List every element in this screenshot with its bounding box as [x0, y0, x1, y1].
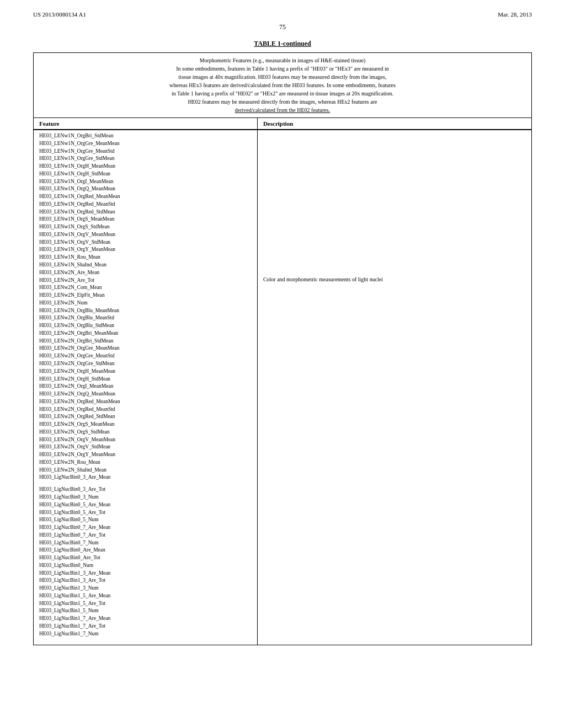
- feature-item: HE03_LENw2N_OrgGre_MeanMean: [39, 345, 252, 352]
- feature-item: HE03_LENw1N_OrgGre_MeanMean: [39, 140, 252, 148]
- table-note-line6: HE02 features may be measured directly f…: [39, 98, 526, 106]
- main-table: Morphometric Features (e.g., measurable …: [33, 52, 532, 645]
- feature-item: HE03_LigNucBin0_Are_Mean: [39, 547, 252, 554]
- feature-item: HE03_LENw1N_OrgRed_StdMean: [39, 208, 252, 216]
- table-note-line3: tissue images at 40x magnification. HE03…: [39, 73, 526, 81]
- feature-item: HE03_LENw2N_OrgBri_StdMean: [39, 338, 252, 345]
- feature-item: HE03_LENw2N_OrgBlu_MeanMean: [39, 307, 252, 315]
- feature-item: HE03_LENw2N_Num: [39, 299, 252, 307]
- table-note-line1: Morphometric Features (e.g., measurable …: [39, 56, 526, 65]
- feature-item: HE03_LENw2N_ElpFit_Mean: [39, 292, 252, 299]
- table-column-headers: Feature Description: [34, 118, 531, 130]
- feature-item: HE03_LENw2N_OrgV_StdMean: [39, 443, 252, 451]
- table-note-line7: derived/calculated from the HE02 feature…: [39, 106, 526, 114]
- description-list: Color and morphometric measurements of l…: [258, 130, 531, 286]
- feature-item: HE03_LigNucBin0_7_Num: [39, 539, 252, 547]
- feature-item: HE03_LigNucBin1_5_Num: [39, 607, 252, 615]
- feature-item: HE03_LENw2N_Rou_Mean: [39, 459, 252, 467]
- feature-item: HE03_LigNucBin1_5_Are_Mean: [39, 592, 252, 600]
- feature-item: HE03_LENw1N_ShaInd_Mean: [39, 261, 252, 269]
- feature-item: HE03_LENw2N_ShaInd_Mean: [39, 467, 252, 474]
- feature-item: HE03_LigNucBin1_7_Are_Tot: [39, 623, 252, 630]
- feature-item: HE03_LigNucBin0_Are_Tot: [39, 554, 252, 562]
- feature-item: HE03_LENw1N_OrgY_MeanMean: [39, 246, 252, 254]
- feature-item: HE03_LigNucBin1_3_Are_Tot: [39, 577, 252, 585]
- feature-item: HE03_LENw1N_OrgGre_MeanStd: [39, 148, 252, 156]
- feature-item: HE03_LigNucBin0_3_Are_Tot: [39, 486, 252, 494]
- feature-item: HE03_LENw2N_OrgH_MeanMean: [39, 368, 252, 376]
- feature-item: HE03_LENw1N_OrgGre_StdMean: [39, 155, 252, 163]
- feature-item: HE03_LENw2N_OrgH_StdMean: [39, 376, 252, 383]
- feature-group-1: HE03_LENw1N_OrgBri_StdMeanHE03_LENw1N_Or…: [39, 132, 252, 481]
- feature-item: HE03_LigNucBin0_5_Are_Tot: [39, 509, 252, 517]
- feature-item: HE03_LigNucBin0_7_Are_Mean: [39, 524, 252, 532]
- feature-item: HE03_LENw2N_OrgV_MeanMean: [39, 436, 252, 444]
- feature-item: HE03_LigNucBin1_5_Are_Tot: [39, 600, 252, 608]
- feature-item: HE03_LENw2N_OrgBlu_MeanStd: [39, 314, 252, 322]
- feature-list: HE03_LENw1N_OrgBri_StdMeanHE03_LENw1N_Or…: [34, 130, 258, 645]
- feature-item: HE03_LENw1N_OrgI_MeanMean: [39, 178, 252, 186]
- feature-item: HE03_LigNucBin1_3_Num: [39, 585, 252, 592]
- feature-item: HE03_LENw2N_OrgBri_MeanMean: [39, 330, 252, 338]
- feature-item: HE03_LENw2N_OrgBlu_StdMean: [39, 322, 252, 330]
- page-header: US 2013/0080134 A1 Mar. 28, 2013: [33, 11, 532, 18]
- feature-item: HE03_LENw1N_OrgS_MeanMean: [39, 216, 252, 223]
- feature-item: HE03_LENw1N_OrgRed_MeanMean: [39, 193, 252, 201]
- feature-item: HE03_LigNucBin0_Num: [39, 562, 252, 570]
- header-patent-number: US 2013/0080134 A1: [33, 11, 86, 18]
- feature-item: HE03_LigNucBin0_5_Are_Mean: [39, 501, 252, 509]
- feature-item: HE03_LENw2N_OrgGre_StdMean: [39, 360, 252, 368]
- feature-item: HE03_LENw1N_OrgH_MeanMean: [39, 163, 252, 170]
- feature-item: HE03_LENw2N_OrgGre_MeanStd: [39, 352, 252, 360]
- table-note: Morphometric Features (e.g., measurable …: [34, 53, 531, 118]
- table-note-line2: In some embodiments, features in Table 1…: [39, 65, 526, 73]
- feature-item: HE03_LENw2N_Com_Mean: [39, 284, 252, 292]
- feature-item: HE03_LENw2N_OrgRed_StdMean: [39, 413, 252, 421]
- table-note-line4: whereas HEx3 features are derived/calcul…: [39, 81, 526, 89]
- feature-group-2: HE03_LigNucBin0_3_Are_TotHE03_LigNucBin0…: [39, 486, 252, 638]
- page-number: 75: [33, 23, 532, 31]
- feature-item: HE03_LENw1N_Rou_Mean: [39, 254, 252, 261]
- feature-item: HE03_LigNucBin1_7_Are_Mean: [39, 615, 252, 623]
- feature-item: HE03_LigNucBin1_3_Are_Mean: [39, 570, 252, 577]
- feature-item: HE03_LENw1N_OrgBri_StdMean: [39, 132, 252, 140]
- feature-item: HE03_LENw1N_OrgQ_MeanMean: [39, 185, 252, 193]
- feature-item: HE03_LigNucBin0_3_Are_Mean: [39, 474, 252, 481]
- feature-item: HE03_LigNucBin0_3_Num: [39, 494, 252, 501]
- description-column-header: Description: [258, 118, 531, 129]
- feature-item: HE03_LENw2N_OrgS_StdMean: [39, 429, 252, 436]
- header-date: Mar. 28, 2013: [498, 11, 532, 18]
- feature-item: HE03_LENw1N_OrgRed_MeanStd: [39, 201, 252, 208]
- feature-column-header: Feature: [34, 118, 258, 129]
- feature-item: HE03_LigNucBin1_7_Num: [39, 630, 252, 638]
- feature-item: HE03_LENw1N_OrgS_StdMean: [39, 223, 252, 231]
- feature-item: HE03_LENw1N_OrgV_MeanMean: [39, 231, 252, 239]
- feature-item: HE03_LENw2N_OrgI_MeanMean: [39, 383, 252, 390]
- feature-item: HE03_LENw1N_OrgV_StdMean: [39, 239, 252, 247]
- feature-item: HE03_LENw2N_Are_Mean: [39, 269, 252, 277]
- feature-item: HE03_LENw2N_OrgQ_MeanMean: [39, 390, 252, 398]
- table-body: HE03_LENw1N_OrgBri_StdMeanHE03_LENw1N_Or…: [34, 130, 531, 645]
- feature-item: HE03_LENw1N_OrgH_StdMean: [39, 170, 252, 178]
- table-title: TABLE 1-continued: [33, 40, 532, 48]
- feature-item: HE03_LENw2N_OrgRed_MeanMean: [39, 398, 252, 406]
- description-group-1: Color and morphometric measurements of l…: [263, 276, 526, 284]
- table-note-line5: in Table 1 having a prefix of "HE02" or …: [39, 89, 526, 98]
- feature-item: HE03_LENw2N_Are_Tot: [39, 277, 252, 285]
- feature-item: HE03_LigNucBin0_5_Num: [39, 516, 252, 524]
- feature-item: HE03_LENw2N_OrgRed_MeanStd: [39, 406, 252, 414]
- feature-item: HE03_LigNucBin0_7_Are_Tot: [39, 532, 252, 539]
- feature-item: HE03_LENw2N_OrgY_MeanMean: [39, 451, 252, 459]
- feature-item: HE03_LENw2N_OrgS_MeanMean: [39, 421, 252, 429]
